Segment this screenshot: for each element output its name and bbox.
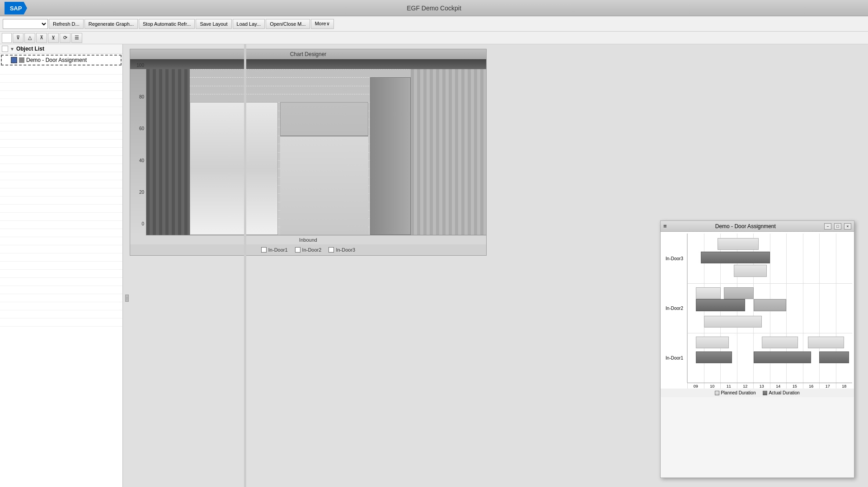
da-titlebar: ≡ Demo - Door Assignment − □ × <box>661 221 854 232</box>
item-label: Demo - Door Assignment <box>26 57 87 63</box>
right-stripe <box>411 69 486 235</box>
x-tick-13: 13 <box>753 383 770 389</box>
select-all-checkbox[interactable] <box>2 33 12 43</box>
collapse-all-icon[interactable]: ⊻ <box>48 33 59 43</box>
chart-area: 100 80 60 40 20 0 <box>130 59 486 255</box>
da-bar-d3-2 <box>701 252 770 263</box>
refresh-button[interactable]: Refresh D... <box>49 19 84 29</box>
icon-bar: ⊽ △ ⊼ ⊻ ⟳ ☰ <box>0 32 868 44</box>
lp-row <box>0 131 122 140</box>
lp-row <box>0 180 122 188</box>
toolbar: Refresh D... Regenerate Graph... Stop Au… <box>0 16 868 32</box>
open-close-button[interactable]: Open/Close M... <box>266 19 310 29</box>
legend-item-2: In-Door2 <box>295 247 322 253</box>
content-area: Chart Designer 100 80 60 40 20 0 <box>125 44 868 487</box>
legend-item-3: In-Door3 <box>328 247 355 253</box>
lp-row <box>0 107 122 115</box>
y-tick-60: 60 <box>139 126 144 131</box>
da-maximize-button[interactable]: □ <box>834 223 841 229</box>
da-bar-d1-4 <box>754 351 811 363</box>
legend-label-2: In-Door2 <box>302 247 322 253</box>
da-bar-d3-3 <box>734 265 767 276</box>
da-title: Demo - Door Assignment <box>670 223 821 229</box>
x-tick-10: 10 <box>704 383 721 389</box>
expand-arrow[interactable]: ▼ <box>10 47 14 52</box>
save-layout-button[interactable]: Save Layout <box>196 19 231 29</box>
more-button[interactable]: More∨ <box>311 19 334 29</box>
list-icon[interactable]: ☰ <box>71 33 82 43</box>
da-bars-area <box>687 234 852 383</box>
resize-handle[interactable] <box>244 44 246 487</box>
main-layout: ▼ Object List Demo - Door Assignment <box>0 44 868 487</box>
lp-row <box>0 237 122 245</box>
lp-row <box>0 302 122 310</box>
da-gantt-area: In-Door3 In-Door2 In-Door1 <box>661 232 854 389</box>
da-legend-box-actual <box>763 391 767 395</box>
lp-row <box>0 213 122 221</box>
da-legend-box-planned <box>715 391 719 395</box>
da-legend-label-actual: Actual Duration <box>769 390 799 395</box>
refresh-icon[interactable]: ⟳ <box>60 33 70 43</box>
expand-icon[interactable]: △ <box>24 33 35 43</box>
load-layout-button[interactable]: Load Lay... <box>233 19 265 29</box>
y-label-indor1: In-Door1 <box>662 356 685 361</box>
da-legend-item-actual: Actual Duration <box>763 390 799 395</box>
y-tick-20: 20 <box>139 190 144 195</box>
left-panel: ▼ Object List Demo - Door Assignment <box>0 44 123 487</box>
da-bar-d1-5 <box>808 337 844 348</box>
da-minimize-button[interactable]: − <box>824 223 831 229</box>
lp-row <box>0 115 122 123</box>
da-bar-d2-5 <box>754 299 787 311</box>
lp-row <box>0 270 122 278</box>
x-tick-18: 18 <box>836 383 853 389</box>
y-tick-40: 40 <box>139 158 144 163</box>
view-dropdown[interactable] <box>3 19 48 29</box>
chart-x-label: Inbound <box>130 235 486 244</box>
expand-all-icon[interactable]: ⊼ <box>36 33 47 43</box>
y-tick-80: 80 <box>139 94 144 99</box>
lp-row <box>0 123 122 131</box>
lp-row <box>0 253 122 262</box>
lp-row <box>0 229 122 237</box>
x-tick-16: 16 <box>803 383 820 389</box>
stop-button[interactable]: Stop Automatic Refr... <box>139 19 195 29</box>
regenerate-button[interactable]: Regenerate Graph... <box>84 19 138 29</box>
y-tick-0: 0 <box>141 221 144 226</box>
chart-designer-header: Chart Designer <box>130 49 486 59</box>
lp-row <box>0 197 122 205</box>
da-close-button[interactable]: × <box>844 223 851 229</box>
x-tick-17: 17 <box>819 383 836 389</box>
item-checkbox[interactable] <box>11 57 17 63</box>
door-assignment-panel: ≡ Demo - Door Assignment − □ × In-Door3 … <box>660 220 854 478</box>
da-bar-d1-6 <box>819 351 849 363</box>
da-y-labels: In-Door3 In-Door2 In-Door1 <box>662 234 687 383</box>
chart-plot <box>146 69 486 235</box>
bar-indor1 <box>190 102 278 235</box>
object-list-item[interactable]: Demo - Door Assignment <box>1 55 122 66</box>
da-menu-icon[interactable]: ≡ <box>663 223 667 229</box>
chart-inner: 100 80 60 40 20 0 <box>130 59 486 235</box>
lp-row <box>0 262 122 270</box>
v-resize-handle[interactable]: ⋮ <box>125 295 129 302</box>
window-title: EGF Demo Cockpit <box>407 5 461 12</box>
chart-designer: Chart Designer 100 80 60 40 20 0 <box>130 49 487 256</box>
lp-row <box>0 286 122 294</box>
left-stripe <box>146 69 190 235</box>
da-bar-d2-2 <box>696 299 745 311</box>
chart-legend: In-Door1 In-Door2 In-Door3 <box>130 244 486 255</box>
da-legend: Planned Duration Actual Duration <box>661 389 854 397</box>
x-tick-09: 09 <box>687 383 704 389</box>
legend-label-1: In-Door1 <box>268 247 288 253</box>
lp-row <box>0 245 122 253</box>
lp-row <box>0 140 122 148</box>
header-checkbox[interactable] <box>2 46 8 52</box>
da-legend-item-planned: Planned Duration <box>715 390 755 395</box>
legend-item-1: In-Door1 <box>261 247 288 253</box>
collapse-icon[interactable]: ⊽ <box>13 33 23 43</box>
lp-row <box>0 164 122 172</box>
da-bar-d1-2 <box>696 351 732 363</box>
object-list-header: ▼ Object List <box>0 44 122 54</box>
x-tick-12: 12 <box>737 383 754 389</box>
lp-row <box>0 188 122 197</box>
lp-row <box>0 148 122 156</box>
